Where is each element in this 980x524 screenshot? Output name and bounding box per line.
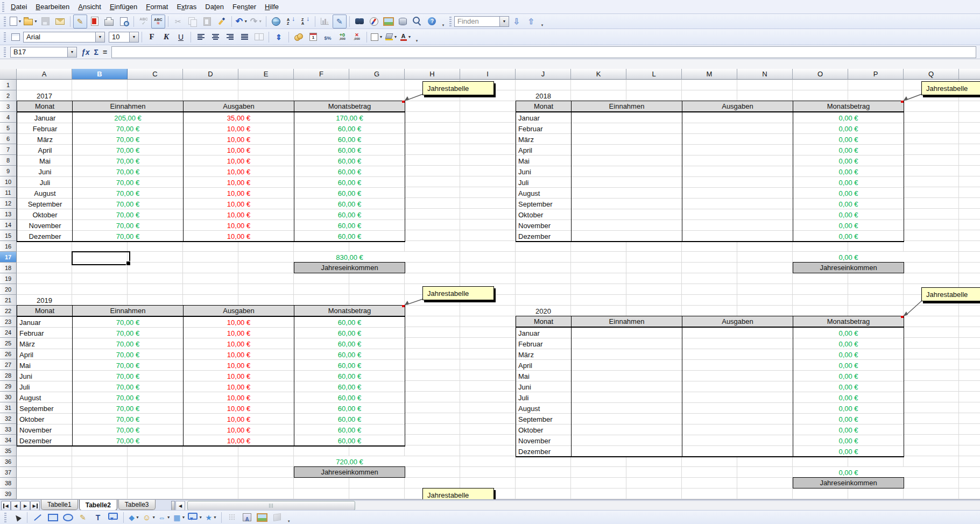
monatsbetrag-cell[interactable]: 60,00 € <box>294 317 405 328</box>
year-sum-cell-2017[interactable]: 830,00 € <box>294 252 405 263</box>
month-cell[interactable]: Juli <box>517 392 571 403</box>
sheet-tab-tabelle1[interactable]: Tabelle1 <box>41 500 78 510</box>
row-header-14[interactable]: 14 <box>0 219 17 230</box>
row-header-6[interactable]: 6 <box>0 133 17 144</box>
comment-callout-4[interactable]: Jahrestabelle <box>921 287 980 301</box>
monatsbetrag-cell[interactable]: 60,00 € <box>294 177 405 188</box>
month-cell[interactable]: August <box>18 188 72 199</box>
sheet-tab-tabelle2[interactable]: Tabelle2 <box>79 500 117 511</box>
ausgaben-cell[interactable]: 10,00 € <box>184 155 294 166</box>
next-sheet-button[interactable]: ▶ <box>20 501 30 511</box>
comment-callout-5[interactable]: Jahrestabelle <box>422 488 494 499</box>
menu-einfügen[interactable]: Einfügen <box>105 1 142 12</box>
year-label-2019[interactable]: 2019 <box>17 295 72 306</box>
monatsbetrag-cell[interactable]: 0,00 € <box>793 112 904 123</box>
month-cell[interactable]: Juni <box>18 166 72 177</box>
row-header-13[interactable]: 13 <box>0 209 17 219</box>
font-size-dropdown-icon[interactable] <box>129 32 138 42</box>
month-cell[interactable]: Mai <box>18 155 72 166</box>
number-format-date-button[interactable] <box>306 30 320 44</box>
font-size-combobox[interactable]: 10 <box>109 32 139 43</box>
ausgaben-cell[interactable]: 10,00 € <box>184 349 294 360</box>
column-header-H[interactable]: H <box>405 69 460 80</box>
month-cell[interactable]: Januar <box>517 112 571 123</box>
last-sheet-button[interactable]: ▶ <box>30 501 40 511</box>
monatsbetrag-cell[interactable]: 60,00 € <box>294 360 405 371</box>
freeform-line-button[interactable] <box>76 511 90 524</box>
row-header-7[interactable]: 7 <box>0 144 17 155</box>
column-header-B[interactable]: B <box>72 69 128 80</box>
ausgaben-cell[interactable]: 10,00 € <box>184 317 294 328</box>
find-down-button[interactable]: ⇩ <box>510 15 524 29</box>
month-cell[interactable]: Mai <box>18 360 72 371</box>
new-document-dropdown-icon[interactable]: ▼ <box>18 19 22 23</box>
table-header-cell[interactable]: Einnahmen <box>72 101 183 111</box>
borders-dropdown-icon[interactable]: ▼ <box>379 35 383 39</box>
einnahmen-cell[interactable]: 70,00 € <box>73 145 183 155</box>
month-cell[interactable]: Januar <box>18 112 72 123</box>
row-header-26[interactable]: 26 <box>0 349 17 359</box>
table-header-cell[interactable]: Einnahmen <box>72 306 183 316</box>
row-header-18[interactable]: 18 <box>0 263 17 273</box>
month-cell[interactable]: März <box>517 134 571 145</box>
monatsbetrag-cell[interactable]: 60,00 € <box>294 414 405 424</box>
tab-split-handle[interactable] <box>171 501 175 511</box>
monatsbetrag-cell[interactable]: 60,00 € <box>294 231 405 242</box>
borders-button[interactable]: ▼ <box>370 30 384 44</box>
rectangle-button[interactable] <box>46 511 60 524</box>
name-box-dropdown-icon[interactable] <box>67 47 76 57</box>
export-pdf-button[interactable] <box>88 15 102 29</box>
month-cell[interactable]: September <box>18 199 72 209</box>
function-button[interactable]: = <box>101 48 109 56</box>
formula-input[interactable] <box>111 46 976 58</box>
year-label-2020[interactable]: 2020 <box>516 306 571 316</box>
row-header-10[interactable]: 10 <box>0 176 17 187</box>
monatsbetrag-cell[interactable]: 60,00 € <box>294 338 405 349</box>
row-header-11[interactable]: 11 <box>0 187 17 198</box>
month-cell[interactable]: April <box>517 360 571 371</box>
menu-daten[interactable]: Daten <box>201 1 228 12</box>
number-format-currency-button[interactable] <box>292 30 306 44</box>
month-cell[interactable]: September <box>517 414 571 424</box>
row-header-24[interactable]: 24 <box>0 327 17 338</box>
monatsbetrag-cell[interactable]: 0,00 € <box>793 446 904 457</box>
monatsbetrag-cell[interactable]: 0,00 € <box>793 349 904 360</box>
menu-hilfe[interactable]: Hilfe <box>260 1 283 12</box>
column-header-Q[interactable]: Q <box>904 69 959 80</box>
symbol-shapes-button[interactable]: ☺▼ <box>142 511 156 524</box>
ausgaben-cell[interactable]: 10,00 € <box>184 360 294 371</box>
month-cell[interactable]: Dezember <box>517 231 571 242</box>
monatsbetrag-cell[interactable]: 60,00 € <box>294 134 405 145</box>
row-header-19[interactable]: 19 <box>0 273 17 284</box>
monatsbetrag-cell[interactable]: 0,00 € <box>793 209 904 220</box>
italic-button[interactable]: K <box>159 30 173 44</box>
ausgaben-cell[interactable]: 10,00 € <box>184 220 294 231</box>
monatsbetrag-cell[interactable]: 0,00 € <box>793 199 904 209</box>
jahreseinkommen-label-2017[interactable]: Jahreseinkommen <box>294 262 405 273</box>
einnahmen-cell[interactable]: 70,00 € <box>73 360 183 371</box>
month-cell[interactable]: April <box>517 145 571 155</box>
row-header-31[interactable]: 31 <box>0 402 17 413</box>
sheet-tab-tabelle3[interactable]: Tabelle3 <box>118 500 156 510</box>
align-justified-button[interactable] <box>237 30 251 44</box>
align-right-button[interactable] <box>223 30 237 44</box>
row-header-17[interactable]: 17 <box>0 252 17 263</box>
month-cell[interactable]: November <box>18 424 72 435</box>
navigator-button[interactable] <box>367 15 381 29</box>
open-document-button[interactable]: ▼ <box>23 15 38 29</box>
year-sum-cell-2020[interactable]: 0,00 € <box>793 467 904 478</box>
einnahmen-cell[interactable]: 70,00 € <box>73 199 183 209</box>
drawbar-grip[interactable] <box>4 513 6 522</box>
einnahmen-cell[interactable]: 70,00 € <box>73 424 183 435</box>
month-cell[interactable]: Mai <box>517 371 571 381</box>
toolbar-grip[interactable] <box>4 17 6 26</box>
monatsbetrag-cell[interactable]: 60,00 € <box>294 403 405 414</box>
table-header-cell[interactable]: Ausgaben <box>183 306 294 316</box>
number-format-percent-button[interactable] <box>321 30 335 44</box>
sort-ascending-button[interactable] <box>284 15 298 29</box>
column-header-I[interactable]: I <box>460 69 516 80</box>
monatsbetrag-cell[interactable]: 0,00 € <box>793 145 904 155</box>
comment-callout-2[interactable]: Jahrestabelle <box>921 81 980 95</box>
month-cell[interactable]: November <box>517 220 571 231</box>
einnahmen-cell[interactable]: 205,00 € <box>73 112 183 123</box>
